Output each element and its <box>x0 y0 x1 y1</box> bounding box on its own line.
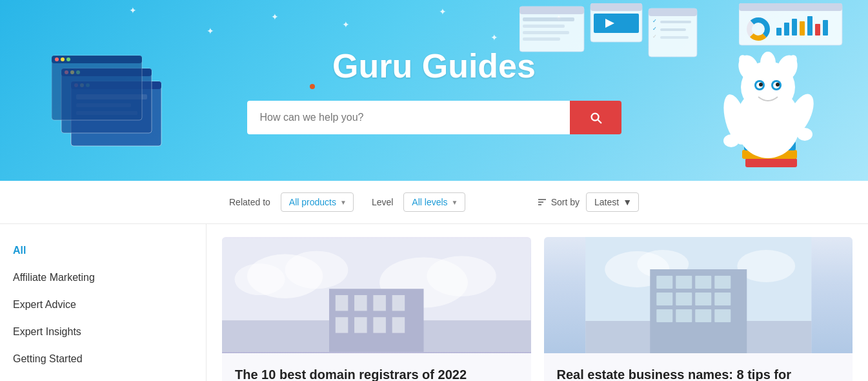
hero-section: ✦ ✦ ✦ ✦ ✦ ✦ ✦ <box>0 0 868 181</box>
svg-point-60 <box>759 83 763 87</box>
svg-point-40 <box>749 20 767 38</box>
hero-search-bar[interactable] <box>247 101 621 134</box>
svg-rect-45 <box>807 16 812 36</box>
svg-point-39 <box>749 20 767 38</box>
svg-point-63 <box>782 90 820 140</box>
svg-rect-8 <box>61 68 152 133</box>
svg-rect-46 <box>815 24 820 36</box>
svg-rect-83 <box>336 317 348 333</box>
hero-title: Guru Guides <box>332 46 536 85</box>
svg-rect-6 <box>76 103 131 107</box>
svg-point-17 <box>66 57 70 61</box>
search-input[interactable] <box>247 101 570 134</box>
chevron-down-icon: ▼ <box>340 199 347 206</box>
svg-rect-41 <box>776 28 782 36</box>
svg-marker-27 <box>605 19 614 28</box>
svg-rect-103 <box>676 309 692 322</box>
article-title-2: Real estate business names: 8 tips for c… <box>557 366 840 381</box>
svg-point-67 <box>782 53 800 74</box>
related-to-dropdown[interactable]: All products ▼ <box>281 192 354 212</box>
article-card-2[interactable]: Real estate business names: 8 tips for c… <box>544 237 853 381</box>
svg-rect-1 <box>71 81 161 89</box>
dot-decoration <box>310 84 315 89</box>
sort-value: Latest <box>594 197 619 207</box>
svg-rect-5 <box>76 94 147 99</box>
sidebar-item-label: Getting Started <box>13 353 83 365</box>
svg-rect-43 <box>792 19 797 36</box>
svg-point-59 <box>773 82 780 88</box>
sort-dropdown[interactable]: Latest ▼ <box>586 192 639 212</box>
hero-decorations: ✦ ✦ ✦ ✦ ✦ ✦ ✦ <box>0 0 868 181</box>
sidebar-item-all[interactable]: All <box>13 237 193 264</box>
star-icon: ✦ <box>439 6 447 17</box>
sidebar-item-expert-advice[interactable]: Expert Advice <box>13 291 193 318</box>
svg-rect-44 <box>800 21 805 36</box>
svg-rect-7 <box>76 111 137 115</box>
related-to-value: All products <box>289 197 336 207</box>
svg-rect-23 <box>523 37 560 41</box>
svg-rect-95 <box>676 276 692 289</box>
svg-rect-79 <box>336 295 348 311</box>
sidebar-item-getting-started[interactable]: Getting Started <box>13 345 193 373</box>
svg-point-55 <box>774 52 801 83</box>
svg-rect-22 <box>523 31 569 34</box>
svg-rect-36 <box>739 3 842 45</box>
filter-bar: Related to All products ▼ Level All leve… <box>0 181 868 224</box>
svg-rect-35 <box>660 36 689 39</box>
sort-label-text: Sort by <box>551 197 580 207</box>
svg-text:✓: ✓ <box>652 34 657 39</box>
article-body-2: Real estate business names: 8 tips for c… <box>544 353 853 381</box>
chevron-down-icon: ▼ <box>623 197 632 207</box>
svg-rect-98 <box>656 293 672 305</box>
sidebar-item-label: Expert Insights <box>13 326 81 338</box>
sidebar-item-affiliate-marketing[interactable]: Affiliate Marketing <box>13 264 193 291</box>
svg-rect-19 <box>520 6 584 14</box>
svg-point-38 <box>749 20 767 38</box>
svg-point-76 <box>427 256 496 296</box>
svg-rect-49 <box>742 150 797 159</box>
svg-rect-26 <box>594 14 639 33</box>
browser-stack-decoration <box>52 43 194 174</box>
svg-rect-29 <box>649 8 697 16</box>
article-image-1 <box>222 237 531 353</box>
svg-rect-85 <box>373 317 386 333</box>
star-icon: ✦ <box>555 13 563 23</box>
svg-rect-105 <box>714 309 731 322</box>
svg-rect-47 <box>823 20 828 36</box>
svg-rect-25 <box>590 3 642 11</box>
svg-rect-37 <box>739 3 842 11</box>
svg-rect-96 <box>695 276 711 289</box>
svg-point-53 <box>735 52 762 83</box>
svg-rect-81 <box>373 295 386 311</box>
svg-point-62 <box>719 92 752 147</box>
level-value: All levels <box>412 197 447 207</box>
svg-rect-84 <box>354 317 367 333</box>
svg-point-4 <box>86 83 90 87</box>
sidebar-item-online-marketing[interactable]: Online Marketing ▾ <box>13 373 193 381</box>
svg-rect-33 <box>660 28 686 31</box>
svg-point-15 <box>55 57 59 61</box>
sort-icon: Sort by <box>537 197 580 207</box>
svg-rect-82 <box>392 295 405 311</box>
svg-rect-24 <box>590 3 642 42</box>
article-card-1[interactable]: The 10 best domain registrars of 2022 Wh… <box>222 237 531 381</box>
svg-rect-18 <box>520 6 584 52</box>
svg-point-65 <box>797 128 812 141</box>
svg-point-11 <box>70 70 74 74</box>
search-button[interactable] <box>570 101 621 134</box>
star-icon: ✦ <box>271 12 279 22</box>
svg-point-2 <box>74 83 78 87</box>
svg-point-16 <box>61 57 65 61</box>
svg-rect-42 <box>784 23 789 36</box>
svg-rect-14 <box>52 56 142 63</box>
svg-text:✓: ✓ <box>652 18 657 24</box>
svg-point-54 <box>760 52 776 75</box>
content-area: The 10 best domain registrars of 2022 Wh… <box>207 224 868 381</box>
sidebar-item-expert-insights[interactable]: Expert Insights <box>13 318 193 345</box>
svg-rect-104 <box>695 309 711 322</box>
main-layout: All Affiliate Marketing Expert Advice Ex… <box>0 224 868 381</box>
svg-point-10 <box>65 70 68 74</box>
level-dropdown[interactable]: All levels ▼ <box>403 192 465 212</box>
svg-rect-97 <box>714 276 731 289</box>
article-body-1: The 10 best domain registrars of 2022 Wh… <box>222 353 531 381</box>
